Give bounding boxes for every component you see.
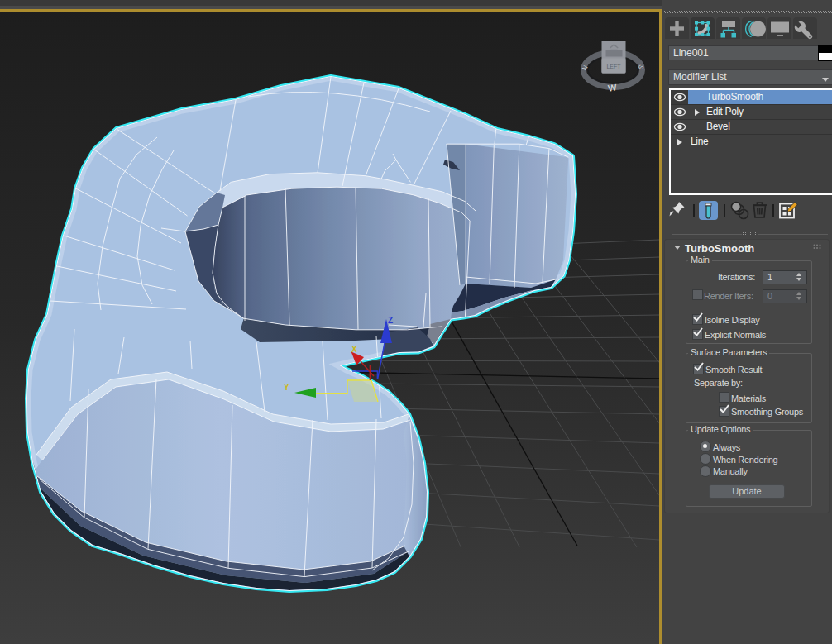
svg-text:Y: Y <box>284 383 289 392</box>
svg-text:W: W <box>607 82 618 93</box>
svg-text:X: X <box>351 345 357 354</box>
svg-text:Z: Z <box>388 316 393 325</box>
svg-text:LEFT: LEFT <box>606 64 621 69</box>
